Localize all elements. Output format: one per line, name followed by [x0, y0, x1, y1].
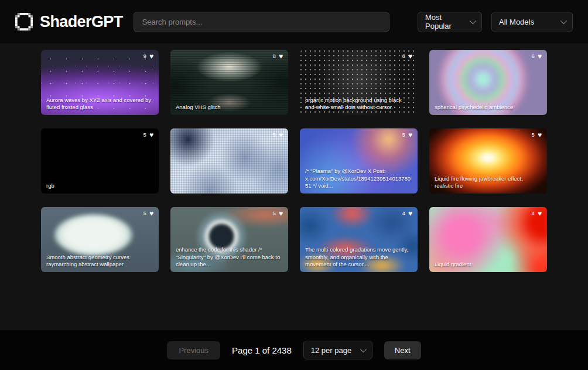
shader-card-singularity[interactable]: 5 ♥ enhance the code for this shader /* …: [170, 207, 288, 272]
heart-icon[interactable]: ♥: [538, 210, 542, 217]
like-count: 5: [143, 132, 146, 138]
heart-icon[interactable]: ♥: [408, 210, 412, 217]
shader-card-aurora-waves[interactable]: 9 ♥ Aurora waves by XYZ axis and covered…: [41, 50, 159, 115]
card-caption: Liquid gradient: [435, 261, 542, 269]
like-badge: 5 ♥: [143, 210, 153, 217]
shader-grid: 9 ♥ Aurora waves by XYZ axis and covered…: [41, 50, 547, 272]
card-caption: spherical psychedelic ambience: [435, 104, 542, 111]
heart-icon[interactable]: ♥: [279, 53, 283, 60]
models-dropdown[interactable]: All Models: [491, 12, 573, 32]
pagination-bar: Previous Page 1 of 2438 12 per page Next: [0, 330, 588, 370]
heart-icon[interactable]: ♥: [538, 131, 542, 138]
like-badge: 8 ♥: [273, 53, 283, 60]
next-button[interactable]: Next: [384, 341, 421, 359]
shader-card-vhs-glitch[interactable]: 8 ♥ Analog VHS glitch: [170, 50, 288, 115]
like-count: 5: [273, 132, 276, 138]
shader-card-psychedelic[interactable]: 6 ♥ spherical psychedelic ambience: [429, 50, 547, 115]
shader-thumbnail: [170, 128, 288, 194]
heart-icon[interactable]: ♥: [538, 53, 542, 60]
per-page-label: 12 per page: [311, 346, 351, 355]
card-caption: /* "Plasma" by @XorDev X Post: x.com/Xor…: [305, 168, 412, 190]
like-badge: 6 ♥: [402, 53, 412, 60]
shader-card-plasma[interactable]: 5 ♥ /* "Plasma" by @XorDev X Post: x.com…: [300, 128, 418, 194]
like-badge: 5 ♥: [532, 131, 542, 138]
app-logo[interactable]: ShaderGPT: [15, 13, 123, 31]
shader-card-liquid-gradient[interactable]: 4 ♥ Liquid gradient: [429, 207, 547, 272]
app-title: ShaderGPT: [40, 13, 123, 31]
card-caption: The multi-colored gradations move gently…: [305, 246, 412, 269]
like-badge: 9 ♥: [143, 53, 153, 60]
like-count: 5: [532, 132, 535, 138]
like-count: 8: [273, 53, 276, 59]
heart-icon[interactable]: ♥: [408, 53, 412, 60]
logo-pixel-icon: [15, 13, 33, 30]
like-badge: 6 ♥: [532, 53, 542, 60]
like-badge: 4 ♥: [402, 210, 412, 217]
header: ShaderGPT Most Popular All Models: [0, 0, 588, 43]
like-count: 6: [532, 53, 535, 59]
like-count: 4: [402, 211, 405, 216]
models-dropdown-label: All Models: [499, 18, 534, 26]
per-page-dropdown[interactable]: 12 per page: [303, 341, 372, 359]
heart-icon[interactable]: ♥: [149, 210, 153, 217]
shader-card-organic-dots[interactable]: 6 ♥ organic motion background using blac…: [300, 50, 418, 115]
card-caption: organic motion background using black an…: [305, 97, 412, 111]
card-caption: Liquid fire flowing jawbreaker effect, r…: [435, 175, 542, 190]
like-badge: 5 ♥: [402, 131, 412, 138]
previous-button[interactable]: Previous: [167, 341, 220, 359]
sort-dropdown-label: Most Popular: [425, 13, 463, 30]
shader-card-multicolor-gradations[interactable]: 4 ♥ The multi-colored gradations move ge…: [300, 207, 418, 272]
chevron-down-icon: [360, 346, 367, 352]
shader-card-smooth-geometry[interactable]: 5 ♥ Smooth abstract geometry curves raym…: [41, 207, 159, 272]
heart-icon[interactable]: ♥: [408, 131, 412, 138]
like-count: 5: [402, 132, 405, 138]
heart-icon[interactable]: ♥: [149, 131, 153, 138]
like-count: 9: [143, 53, 146, 59]
card-caption: enhance the code for this shader /* "Sin…: [176, 246, 283, 269]
like-badge: 5 ♥: [273, 131, 283, 138]
like-count: 6: [402, 53, 405, 59]
shader-card-rgb-dots[interactable]: 5 ♥ rgb: [41, 128, 159, 194]
like-count: 5: [273, 211, 276, 216]
sort-dropdown[interactable]: Most Popular: [418, 12, 482, 32]
like-badge: 5 ♥: [143, 131, 153, 138]
card-caption: Analog VHS glitch: [176, 104, 283, 111]
like-badge: 5 ♥: [273, 210, 283, 217]
heart-icon[interactable]: ♥: [279, 131, 283, 138]
card-caption: Aurora waves by XYZ axis and covered by …: [46, 97, 153, 111]
heart-icon[interactable]: ♥: [149, 53, 153, 60]
like-badge: 4 ♥: [532, 210, 542, 217]
page-status: Page 1 of 2438: [232, 345, 292, 355]
shader-card-blue-glitch[interactable]: 5 ♥: [170, 128, 288, 194]
shader-card-liquid-fire[interactable]: 5 ♥ Liquid fire flowing jawbreaker effec…: [429, 128, 547, 194]
like-count: 4: [532, 211, 535, 216]
heart-icon[interactable]: ♥: [279, 210, 283, 217]
card-caption: Smooth abstract geometry curves raymarch…: [46, 254, 153, 269]
chevron-down-icon: [560, 18, 567, 24]
chevron-down-icon: [470, 18, 476, 24]
search-input[interactable]: [134, 12, 389, 32]
gallery: 9 ♥ Aurora waves by XYZ axis and covered…: [0, 43, 588, 330]
card-caption: rgb: [46, 182, 153, 190]
like-count: 5: [143, 211, 146, 216]
